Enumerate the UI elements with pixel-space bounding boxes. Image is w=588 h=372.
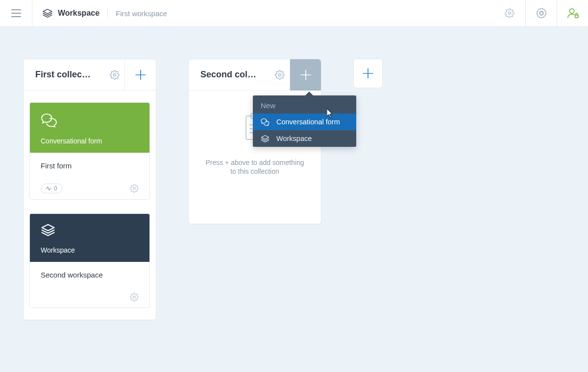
plus-icon [134, 69, 147, 81]
svg-point-6 [539, 11, 543, 15]
user-lock-icon [567, 8, 579, 19]
svg-point-12 [133, 187, 136, 190]
card-settings-button[interactable] [130, 184, 139, 193]
header-right [494, 0, 588, 26]
card-type-label: Conversational form [41, 137, 139, 145]
responses-count: 0 [54, 185, 57, 192]
plus-icon [362, 67, 374, 80]
add-menu-popover: New Conversational form Workspace [253, 95, 356, 147]
card-type-label: Workspace [41, 246, 139, 254]
collection-title[interactable]: First collec… [35, 70, 105, 80]
popover-item-label: Conversational form [276, 118, 340, 126]
help-button[interactable] [525, 0, 557, 26]
collection-add-button[interactable] [290, 59, 321, 91]
current-workspace-name[interactable]: First workspace [116, 9, 167, 18]
hamburger-icon [11, 9, 21, 17]
collection-body: Conversational form First form 0 [24, 91, 156, 320]
collections-canvas: First collec… Conversational form [0, 27, 588, 320]
svg-point-9 [114, 73, 116, 76]
collection-second: Second col… Press + above to add somethi… [188, 59, 321, 224]
card-header: Workspace [30, 214, 149, 262]
card-body: Second workspace [30, 262, 149, 307]
workspace-breadcrumb: Workspace First workspace [32, 0, 167, 26]
collection-add-button[interactable] [124, 59, 156, 91]
card-name: First form [41, 162, 139, 170]
card-footer: 0 [41, 184, 139, 193]
form-card[interactable]: Conversational form First form 0 [29, 102, 150, 200]
chat-icon [41, 113, 57, 127]
top-header: Workspace First workspace [0, 0, 588, 27]
card-footer [41, 293, 139, 302]
gear-icon [505, 8, 514, 18]
card-body: First form 0 [30, 153, 149, 199]
svg-marker-23 [262, 135, 269, 139]
card-settings-button[interactable] [130, 293, 139, 302]
svg-point-5 [537, 9, 545, 18]
workspace-stack-icon [261, 135, 270, 142]
settings-button[interactable] [494, 0, 525, 26]
collection-header: Second col… [189, 59, 321, 91]
popover-title: New [253, 95, 356, 114]
empty-text: Press + above to add something to this c… [205, 158, 304, 176]
gear-icon [275, 70, 285, 80]
chat-icon [261, 118, 270, 126]
activity-icon [46, 186, 51, 191]
add-collection-button[interactable] [353, 59, 383, 88]
workspace-card[interactable]: Workspace Second workspace [29, 213, 150, 308]
hamburger-menu-button[interactable] [0, 0, 32, 26]
svg-marker-13 [42, 225, 54, 231]
card-name: Second workspace [41, 271, 139, 279]
breadcrumb-separator [107, 8, 108, 19]
svg-rect-8 [575, 15, 578, 18]
collection-first: First collec… Conversational form [23, 59, 156, 320]
gear-icon [130, 293, 139, 302]
help-circle-icon [536, 8, 547, 19]
user-button[interactable] [557, 0, 588, 26]
workspace-label: Workspace [58, 9, 99, 18]
plus-icon [299, 69, 312, 81]
popover-item-label: Workspace [276, 135, 312, 142]
svg-point-4 [509, 12, 511, 15]
collection-title[interactable]: Second col… [200, 70, 270, 80]
svg-point-14 [133, 296, 136, 299]
collection-header: First collec… [24, 59, 156, 91]
workspace-stack-icon [41, 224, 55, 236]
popover-item-conversational-form[interactable]: Conversational form [253, 114, 356, 130]
responses-pill[interactable]: 0 [41, 184, 62, 193]
workspace-stack-icon [42, 9, 53, 18]
card-header: Conversational form [30, 103, 149, 153]
collection-settings-button[interactable] [270, 70, 290, 80]
svg-point-15 [279, 73, 281, 76]
popover-item-workspace[interactable]: Workspace [253, 130, 356, 147]
header-left: Workspace First workspace [0, 0, 167, 26]
svg-point-7 [569, 9, 574, 13]
gear-icon [110, 70, 120, 80]
svg-marker-3 [43, 9, 52, 14]
collection-settings-button[interactable] [105, 70, 124, 80]
gear-icon [130, 184, 139, 193]
